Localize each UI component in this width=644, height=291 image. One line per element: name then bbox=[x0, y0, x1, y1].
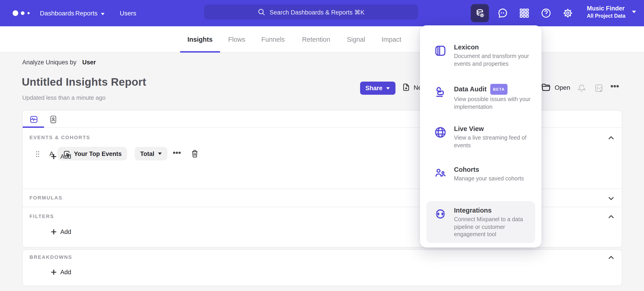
menu-item-description: View a live streaming feed of events bbox=[454, 134, 530, 149]
analyze-by-row: Analyze Uniques byUser bbox=[22, 59, 96, 66]
menu-item-title: Lexicon bbox=[454, 43, 530, 52]
database-gear-icon bbox=[474, 8, 485, 18]
menu-item-description: Connect Mixpanel to a data pipeline or c… bbox=[454, 216, 530, 238]
menu-item-title: Live View bbox=[454, 125, 530, 133]
add-breakdown-button[interactable]: Add bbox=[51, 269, 71, 276]
bell-plus-icon[interactable] bbox=[577, 83, 586, 93]
tab-insights[interactable]: Insights bbox=[187, 26, 212, 52]
project-scope: All Project Data bbox=[587, 13, 626, 19]
add-filter-button[interactable]: Add bbox=[51, 229, 71, 235]
report-actions: Share New Open bbox=[0, 82, 644, 95]
menu-item-title: Data AuditBETA bbox=[454, 84, 530, 95]
project-name: Music Finder bbox=[587, 4, 626, 13]
tab-impact[interactable]: Impact bbox=[382, 26, 401, 52]
menu-item-lexicon[interactable]: Lexicon Document and transform your even… bbox=[426, 38, 535, 79]
insights-page: Analyze Uniques byUser Untitled Insights… bbox=[0, 52, 644, 291]
folder-icon bbox=[541, 83, 550, 92]
profiles-tab-icon[interactable] bbox=[49, 115, 58, 124]
mixpanel-app: Dashboards Reports Users Search Dashboar… bbox=[0, 0, 644, 291]
events-tab-icon[interactable] bbox=[30, 115, 38, 124]
open-report-button[interactable]: Open bbox=[541, 83, 570, 92]
nav-dashboards[interactable]: Dashboards bbox=[40, 0, 74, 26]
menu-item-title: Integrations bbox=[454, 206, 530, 215]
menu-item-description: Document and transform your events and p… bbox=[454, 52, 530, 67]
menu-item-description: Manage your saved cohorts bbox=[454, 175, 524, 182]
nav-users[interactable]: Users bbox=[120, 0, 136, 26]
breakdowns-card: BREAKDOWNS Add bbox=[22, 249, 622, 286]
tab-retention[interactable]: Retention bbox=[302, 26, 330, 52]
globe-icon bbox=[434, 126, 447, 139]
chevron-down-icon bbox=[386, 87, 390, 89]
tab-flows[interactable]: Flows bbox=[228, 26, 245, 52]
file-plus-icon bbox=[402, 83, 410, 92]
breakdowns-section-label: BREAKDOWNS bbox=[30, 254, 72, 260]
search-icon bbox=[258, 8, 266, 16]
settings-gear-icon[interactable] bbox=[562, 8, 573, 18]
filters-section-label: FILTERS bbox=[30, 214, 54, 219]
tab-signal[interactable]: Signal bbox=[347, 26, 365, 52]
data-management-button[interactable] bbox=[471, 4, 489, 22]
delete-row-icon[interactable] bbox=[191, 150, 199, 158]
collapse-events-icon[interactable] bbox=[608, 135, 614, 141]
menu-item-cohorts[interactable]: Cohorts Manage your saved cohorts bbox=[426, 160, 535, 201]
add-to-board-icon[interactable] bbox=[594, 83, 604, 93]
caret-down-icon bbox=[158, 152, 162, 155]
chevron-down-icon bbox=[101, 13, 105, 15]
search-placeholder: Search Dashboards & Reports ⌘K bbox=[270, 8, 365, 16]
top-navbar: Dashboards Reports Users Search Dashboar… bbox=[0, 0, 644, 26]
report-tabs-bar: Insights Flows Funnels Retention Signal … bbox=[0, 26, 644, 52]
tab-funnels[interactable]: Funnels bbox=[261, 26, 284, 52]
help-icon[interactable] bbox=[540, 8, 552, 18]
apps-grid-icon[interactable] bbox=[519, 8, 530, 18]
drag-handle-icon[interactable] bbox=[36, 151, 40, 157]
global-search-input[interactable]: Search Dashboards & Reports ⌘K bbox=[204, 4, 418, 19]
nav-reports[interactable]: Reports bbox=[75, 0, 105, 26]
lexicon-book-icon bbox=[434, 44, 447, 57]
chevron-down-icon bbox=[632, 10, 636, 13]
menu-item-data-audit[interactable]: Data AuditBETA View possible issues with… bbox=[426, 79, 535, 120]
analyze-by-value[interactable]: User bbox=[82, 59, 96, 66]
formulas-section-label: FORMULAS bbox=[30, 195, 62, 200]
collapse-breakdowns-icon[interactable] bbox=[608, 254, 614, 261]
menu-item-title: Cohorts bbox=[454, 165, 524, 174]
data-audit-lock-icon bbox=[434, 85, 447, 98]
overflow-menu-icon[interactable] bbox=[610, 83, 619, 93]
events-section-label: EVENTS & COHORTS bbox=[30, 135, 90, 140]
menu-item-integrations[interactable]: Integrations Connect Mixpanel to a data … bbox=[426, 201, 535, 243]
data-management-menu: Lexicon Document and transform your even… bbox=[420, 25, 542, 248]
aggregation-selector-chip[interactable]: Total bbox=[135, 147, 168, 160]
menu-item-live-view[interactable]: Live View View a live streaming feed of … bbox=[426, 120, 535, 160]
share-button[interactable]: Share bbox=[360, 82, 396, 95]
collapse-filters-icon[interactable] bbox=[608, 214, 614, 220]
feedback-chat-icon[interactable] bbox=[497, 8, 508, 18]
expand-formulas-icon[interactable] bbox=[608, 195, 614, 202]
updated-timestamp: Updated less than a minute ago bbox=[22, 94, 106, 101]
project-selector[interactable]: Music Finder All Project Data bbox=[587, 4, 626, 19]
cohorts-people-icon bbox=[434, 167, 447, 180]
add-event-button[interactable]: Add bbox=[51, 153, 71, 160]
menu-item-description: View possible issues with your implement… bbox=[454, 96, 530, 111]
analyze-prefix: Analyze Uniques by bbox=[22, 59, 76, 66]
integrations-sync-icon bbox=[434, 208, 447, 220]
beta-badge: BETA bbox=[490, 84, 508, 95]
mixpanel-logo-icon[interactable] bbox=[12, 8, 34, 18]
row-options-icon[interactable] bbox=[173, 150, 181, 157]
active-tab-underline bbox=[23, 126, 44, 128]
